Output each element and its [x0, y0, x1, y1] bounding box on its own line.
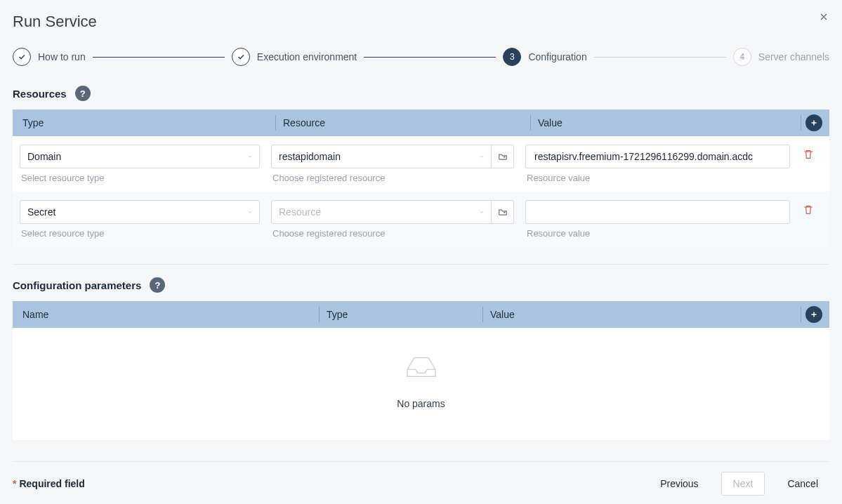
step-label: Server channels: [758, 51, 829, 62]
select-value: Domain: [27, 151, 61, 162]
hint-text: Select resource type: [20, 173, 260, 189]
params-section-title: Configuration parameters ?: [13, 277, 829, 293]
resource-name-select[interactable]: Resource: [271, 200, 514, 224]
resource-type-select[interactable]: Domain: [20, 145, 260, 168]
column-type: Type: [20, 117, 271, 128]
step-connector: [594, 57, 726, 58]
column-name: Name: [20, 309, 315, 320]
column-resource: Resource: [280, 117, 526, 128]
step-number: 4: [733, 48, 751, 66]
resource-row: Secret Select resource type Resource Cho…: [13, 192, 829, 247]
resources-section-title: Resources ?: [13, 86, 829, 101]
check-icon: [13, 48, 31, 66]
delete-row-button[interactable]: [794, 145, 822, 160]
resource-row: Domain Select resource type restapidomai…: [13, 136, 829, 192]
params-empty-state: No params: [13, 328, 829, 440]
select-value: Secret: [27, 206, 55, 218]
hint-text: Resource value: [525, 228, 790, 244]
step-connector: [93, 57, 225, 58]
browse-resource-button[interactable]: [491, 145, 513, 168]
resource-name-select[interactable]: restapidomain: [271, 145, 514, 168]
section-label: Configuration parameters: [13, 279, 141, 291]
resource-value-input[interactable]: [525, 145, 790, 168]
next-button: Next: [721, 472, 765, 496]
inbox-icon: [402, 353, 441, 381]
step-label: Configuration: [528, 51, 586, 62]
resources-table-header: Type Resource Value: [13, 110, 829, 136]
chevron-down-icon: [246, 151, 254, 162]
help-icon[interactable]: ?: [150, 277, 165, 293]
resource-value-input[interactable]: [525, 200, 790, 224]
step-execution-environment[interactable]: Execution environment: [232, 48, 357, 66]
asterisk-icon: *: [13, 478, 16, 489]
hint-text: Choose registered resource: [271, 173, 514, 189]
hint-text: Select resource type: [20, 228, 260, 244]
step-how-to-run[interactable]: How to run: [13, 48, 86, 66]
chevron-down-icon: [478, 206, 485, 218]
close-icon[interactable]: [818, 11, 829, 25]
hint-text: Resource value: [525, 173, 790, 189]
section-divider: [13, 264, 829, 265]
select-placeholder: Resource: [279, 206, 321, 218]
section-label: Resources: [13, 88, 67, 100]
add-param-button[interactable]: [805, 306, 822, 323]
help-icon[interactable]: ?: [75, 86, 91, 101]
browse-resource-button[interactable]: [491, 201, 513, 223]
step-server-channels: 4 Server channels: [733, 48, 829, 66]
step-label: How to run: [38, 51, 86, 62]
check-icon: [232, 48, 250, 66]
select-value: restapidomain: [279, 151, 341, 162]
column-value: Value: [487, 309, 796, 320]
params-table-header: Name Type Value: [13, 301, 829, 328]
step-number: 3: [503, 48, 521, 66]
resource-type-select[interactable]: Secret: [20, 200, 260, 224]
run-service-modal: Run Service How to run Execution environ…: [0, 0, 842, 504]
delete-row-button[interactable]: [794, 200, 822, 215]
chevron-down-icon: [246, 206, 254, 218]
stepper: How to run Execution environment 3 Confi…: [13, 48, 829, 66]
modal-title: Run Service: [13, 13, 829, 31]
step-label: Execution environment: [257, 51, 357, 62]
hint-text: Choose registered resource: [271, 228, 514, 244]
chevron-down-icon: [478, 151, 485, 162]
required-field-note: *Required field: [13, 478, 85, 489]
modal-footer: *Required field Previous Next Cancel: [13, 461, 829, 496]
add-resource-button[interactable]: [805, 114, 822, 131]
previous-button[interactable]: Previous: [649, 472, 709, 496]
column-value: Value: [535, 117, 796, 128]
step-connector: [364, 57, 496, 58]
step-configuration[interactable]: 3 Configuration: [503, 48, 586, 66]
cancel-button[interactable]: Cancel: [776, 472, 829, 496]
empty-text: No params: [397, 398, 445, 409]
column-type: Type: [324, 309, 478, 320]
resource-value-field[interactable]: [533, 150, 782, 163]
resource-value-field[interactable]: [533, 206, 782, 218]
